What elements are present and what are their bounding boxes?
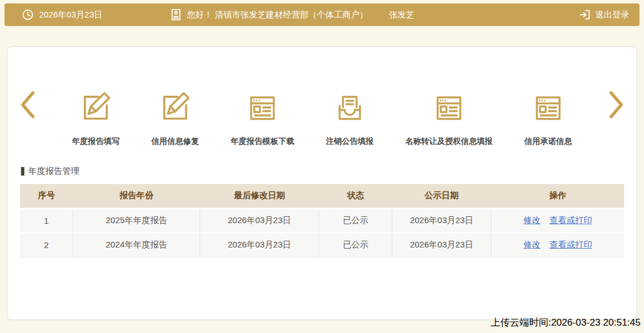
chevron-right-icon <box>608 89 625 122</box>
col-header-report-year: 报告年份 <box>73 184 200 208</box>
cell-status: 已公示 <box>319 208 392 233</box>
cell-operations: 修改 查看或打印 <box>491 208 624 233</box>
carousel-prev-button[interactable] <box>15 89 40 123</box>
carousel-item-label: 年度报告填写 <box>72 136 120 147</box>
carousel-item-credit-commitment[interactable]: 信用承诺信息 <box>524 83 572 147</box>
carousel-items: 年度报告填写 信用信息修复 <box>40 83 604 147</box>
carousel-item-name-transfer[interactable]: 名称转让及授权信息填报 <box>405 83 493 147</box>
logout-label: 退出登录 <box>595 10 629 20</box>
logout-icon <box>578 8 591 21</box>
cell-seq: 1 <box>20 208 73 233</box>
carousel-next-button[interactable] <box>604 89 629 123</box>
carousel-item-label: 年度报告模板下载 <box>231 136 294 147</box>
table-header-row: 序号 报告年份 最后修改日期 状态 公示日期 操作 <box>20 184 624 208</box>
col-header-last-modified: 最后修改日期 <box>200 184 319 208</box>
main-content-card: 年度报告填写 信用信息修复 <box>7 46 637 320</box>
current-date-group: 2026年03月23日 <box>22 8 103 21</box>
cell-status: 已公示 <box>319 233 392 257</box>
chevron-left-icon <box>19 89 36 122</box>
cell-operations: 修改 查看或打印 <box>491 233 624 257</box>
carousel-item-label: 注销公告填报 <box>326 136 374 147</box>
section-title: 年度报告管理 <box>28 166 79 177</box>
user-info-group: 您好！ 清镇市张发芝建材经营部（个体工商户） 张发芝 <box>170 8 414 22</box>
carousel-item-label: 信用信息修复 <box>151 136 199 147</box>
top-header-bar: 2026年03月23日 您好！ 清镇市张发芝建材经营部（个体工商户） 张发芝 退… <box>5 3 639 26</box>
modify-link[interactable]: 修改 <box>523 215 540 225</box>
current-date: 2026年03月23日 <box>39 10 103 20</box>
view-or-print-link[interactable]: 查看或打印 <box>550 215 592 225</box>
username-text: 张发芝 <box>389 10 414 20</box>
table-row: 2 2024年年度报告 2026年03月23日 已公示 2026年03月23日 … <box>20 233 624 257</box>
annual-report-table: 序号 报告年份 最后修改日期 状态 公示日期 操作 1 2025年年度报告 20… <box>20 184 624 258</box>
carousel-item-label: 信用承诺信息 <box>524 136 572 147</box>
section-title-row: 年度报告管理 <box>21 166 637 177</box>
col-header-seq: 序号 <box>20 184 73 208</box>
carousel-item-template-download[interactable]: 年度报告模板下载 <box>231 83 294 147</box>
cell-last-modified: 2026年03月23日 <box>200 208 319 233</box>
edit-pencil-icon <box>158 83 192 124</box>
col-header-operations: 操作 <box>491 184 624 208</box>
carousel-item-annual-report-fill[interactable]: 年度报告填写 <box>72 83 120 147</box>
webpage-icon <box>433 83 465 124</box>
upload-cloud-timestamp: 上传云端时间:2026-03-23 20:51:45 <box>490 316 641 329</box>
col-header-publish-date: 公示日期 <box>392 184 492 208</box>
greeting-text: 您好！ 清镇市张发芝建材经营部（个体工商户） <box>187 10 368 20</box>
modify-link[interactable]: 修改 <box>523 240 540 249</box>
view-or-print-link[interactable]: 查看或打印 <box>550 240 592 249</box>
edit-pencil-icon <box>79 83 113 124</box>
col-header-status: 状态 <box>319 184 392 208</box>
carousel-item-cancellation-notice[interactable]: 注销公告填报 <box>326 83 374 147</box>
id-badge-icon <box>170 8 182 22</box>
carousel-item-credit-repair[interactable]: 信用信息修复 <box>151 83 199 147</box>
section-bullet-icon <box>21 167 24 176</box>
carousel-item-label: 名称转让及授权信息填报 <box>405 136 493 147</box>
webpage-icon <box>246 83 279 124</box>
cell-publish-date: 2026年03月23日 <box>392 233 492 257</box>
webpage-icon <box>532 83 565 124</box>
cell-seq: 2 <box>20 233 73 257</box>
inbox-paper-icon <box>333 83 366 124</box>
cell-report-year: 2025年年度报告 <box>73 208 200 233</box>
logout-button[interactable]: 退出登录 <box>578 8 629 21</box>
table-row: 1 2025年年度报告 2026年03月23日 已公示 2026年03月23日 … <box>20 208 624 233</box>
clock-icon <box>22 8 34 21</box>
function-carousel: 年度报告填写 信用信息修复 <box>7 47 637 147</box>
cell-last-modified: 2026年03月23日 <box>200 233 319 257</box>
cell-publish-date: 2026年03月23日 <box>392 208 492 233</box>
cell-report-year: 2024年年度报告 <box>73 233 200 257</box>
